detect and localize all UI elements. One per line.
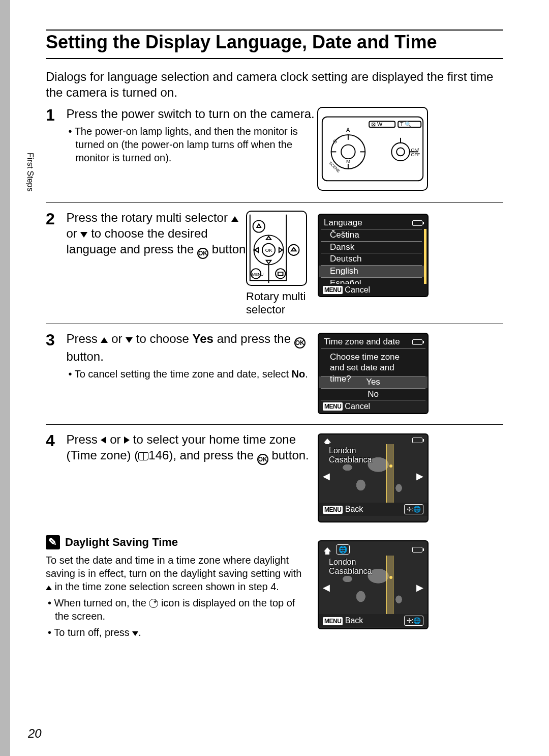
up-triangle-icon (46, 586, 52, 590)
up-triangle-icon (231, 216, 238, 222)
dst-enabled-icon: 🌐 (336, 544, 350, 555)
timezone-prompt-title: Time zone and date (324, 337, 400, 347)
header-rule (46, 30, 503, 31)
battery-icon (412, 547, 422, 553)
city-casablanca: Casablanca (329, 567, 372, 575)
dst-bullet-2: To turn off, press . (55, 626, 310, 639)
dst-bullet2-a: To turn off, press (54, 627, 132, 638)
svg-marker-22 (257, 224, 261, 227)
language-menu-title: Language (324, 218, 362, 228)
menu-badge-icon: MENU (323, 286, 343, 294)
timezone-map-header (319, 434, 428, 444)
lang-item-deutsch: Deutsch (319, 253, 424, 265)
step-3-text-b: or (108, 332, 126, 345)
rotary-selector-caption: Rotary multi selector (246, 290, 312, 317)
dst-body-b: in the time zone selection screen shown … (52, 581, 279, 592)
dst-bullet2-b: . (138, 627, 141, 638)
step-3-number: 3 (46, 331, 64, 350)
timezone-prompt-header: Time zone and date (319, 334, 428, 348)
dst-note: Daylight Saving Time To set the date and… (46, 535, 310, 639)
right-triangle-icon (124, 437, 130, 444)
battery-icon (412, 339, 422, 345)
step-1-bullet-1: The power-on lamp lights, and then the m… (75, 125, 320, 164)
camera-top-illustration: A S M SCENE ⊠ W T 🔍 ON/ OFF (317, 107, 428, 191)
dst-map-header: 🌐 (319, 541, 428, 556)
cancel-label: Cancel (345, 285, 370, 295)
step-4-text-d: button. (268, 448, 309, 462)
step-3-heading: Press or to choose Yes and press the OK … (66, 331, 315, 364)
timezone-prompt-text: Choose time zone and set date and time? (319, 348, 428, 376)
back-label: Back (345, 616, 363, 625)
step-3-text-e: button. (66, 350, 103, 363)
step-3-yes-bold: Yes (193, 332, 214, 345)
language-menu-header: Language (319, 215, 428, 229)
world-map: ◀ ▶ London Casablanca (322, 444, 424, 503)
svg-marker-27 (266, 260, 271, 264)
ok-button-icon: OK (294, 337, 306, 348)
menu-badge-icon: MENU (323, 506, 343, 514)
svg-point-34 (288, 245, 299, 255)
cancel-label: Cancel (345, 402, 370, 411)
down-triangle-icon (80, 232, 87, 238)
back-label: Back (345, 505, 363, 513)
dst-bullet-1: When turned on, the icon is displayed on… (55, 596, 310, 623)
svg-text:✦: ✦ (252, 247, 256, 253)
timezone-map-lcd: ◀ ▶ London Casablanca MENU Back ✢:🌐 (318, 433, 429, 522)
svg-point-16 (396, 148, 405, 156)
svg-text:A: A (346, 127, 350, 133)
svg-point-2 (341, 145, 355, 159)
option-no: No (319, 389, 428, 400)
city-london: London (329, 558, 356, 566)
timezone-highlight (386, 444, 393, 503)
menu-badge-icon: MENU (323, 617, 343, 625)
separator-2 (46, 324, 503, 324)
dst-body: To set the date and time in a time zone … (46, 554, 310, 593)
language-menu-footer: MENU Cancel (318, 284, 429, 297)
manual-page-icon (138, 452, 148, 460)
svg-point-33 (276, 269, 285, 278)
step-2-number: 2 (46, 210, 64, 228)
page-title: Setting the Display Language, Date and T… (46, 32, 503, 59)
svg-point-21 (253, 220, 265, 232)
lang-item-english-selected: English (319, 266, 424, 277)
svg-marker-29 (279, 248, 283, 253)
home-icon (324, 439, 331, 443)
down-triangle-icon (132, 631, 138, 636)
step-4-text-b: or (106, 432, 124, 446)
step-2-text-c: to choose the desired language and press… (66, 226, 207, 256)
step-2-text-b: or (66, 226, 80, 240)
down-triangle-icon (126, 337, 133, 343)
left-arrow-icon: ◀ (323, 582, 330, 593)
svg-text:M: M (346, 158, 350, 164)
step-4-number: 4 (46, 431, 64, 450)
svg-text:⊠ W: ⊠ W (371, 121, 383, 127)
right-arrow-icon: ▶ (416, 582, 423, 593)
left-triangle-icon (101, 437, 106, 444)
page-edge-gray (0, 0, 10, 756)
home-icon (324, 547, 331, 551)
svg-point-15 (391, 143, 409, 161)
step-3-no-bold: No (292, 368, 306, 380)
step-4-page-ref: 146), and press the (148, 448, 257, 462)
svg-text:T 🔍: T 🔍 (400, 121, 412, 128)
timezone-prompt-lcd: Time zone and date Choose time zone and … (318, 333, 429, 414)
timezone-highlight (386, 556, 393, 614)
step-3: 3 Press or to choose Yes and press the O… (46, 331, 503, 381)
intro-text: Dialogs for language selection and camer… (46, 69, 503, 100)
note-pencil-icon (46, 535, 60, 549)
rotary-selector-illustration: OK ✦ MENU (246, 211, 307, 286)
step-2-text-a: Press the rotary multi selector (66, 211, 231, 224)
dst-map-lcd: 🌐 ◀ ▶ London Casablanca MENU Back ✢:🌐 (318, 540, 429, 629)
separator-1 (46, 202, 503, 203)
left-arrow-icon: ◀ (323, 471, 330, 482)
dpad-dst-icon: ✢:🌐 (404, 504, 423, 514)
step-4: 4 Press or to select your home time zone… (46, 431, 503, 465)
step-2-text-d: button. (208, 242, 249, 256)
step-3-bullet-text-b: . (305, 368, 308, 380)
step-3-text-a: Press (66, 332, 101, 345)
city-london: London (329, 446, 356, 455)
step-2-heading: Press the rotary multi selector or to ch… (66, 210, 249, 259)
battery-icon (412, 220, 422, 226)
svg-text:OFF: OFF (411, 152, 420, 157)
language-menu-lcd: Language Čeština Dansk Deutsch English E… (318, 214, 429, 294)
